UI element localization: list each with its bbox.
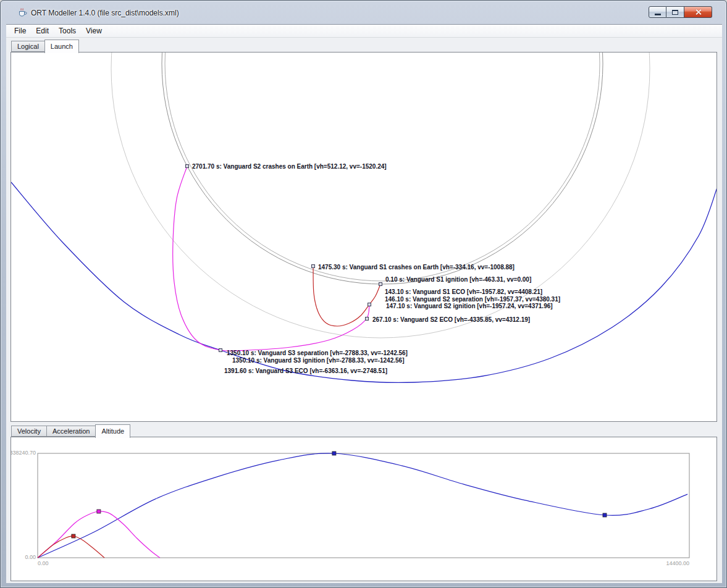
series-vanguard-s3-altitude [38, 453, 687, 558]
series-event-marker[interactable] [332, 452, 336, 455]
menu-item-edit[interactable]: Edit [31, 25, 54, 36]
altitude-plot [11, 437, 716, 581]
altitude-chart-panel[interactable]: 338240.70 0.00 0.00 14400.00 [11, 437, 717, 581]
series-event-marker[interactable] [603, 513, 607, 517]
desktop: { "window": { "title": "ORT Modeller 1.4… [0, 0, 727, 588]
series-event-marker[interactable] [97, 510, 101, 513]
s2-eco-label: 267.10 s: Vanguard S2 ECO [vh=-4335.85, … [372, 316, 530, 323]
menu-item-tools[interactable]: Tools [54, 25, 81, 36]
series-vanguard-s1-altitude [38, 536, 104, 558]
s2-separation-label: 146.10 s: Vanguard S2 separation [vh=-19… [385, 296, 560, 303]
x-axis-max-label: 14400.00 [666, 560, 689, 566]
s3-separation-label: 1350.10 s: Vanguard S3 separation [vh=-2… [227, 350, 408, 356]
minimize-button[interactable] [649, 6, 666, 18]
orbit-canvas[interactable]: 2701.70 s: Vanguard S2 crashes on Earth … [11, 52, 717, 422]
tab-acceleration[interactable]: Acceleration [46, 426, 96, 437]
minimize-icon [655, 14, 661, 15]
y-axis-max-label: 338240.70 [11, 450, 36, 456]
plot-border [38, 453, 689, 558]
s1-crash-label: 1475.30 s: Vanguard S1 crashes on Earth … [318, 264, 515, 271]
close-icon [695, 9, 702, 15]
s2-ignition-label: 147.10 s: Vanguard S2 ignition [vh=-1957… [386, 303, 553, 309]
x-axis-min-label: 0.00 [38, 560, 49, 566]
menu-item-view[interactable]: View [81, 25, 107, 36]
series-vanguard-s2-altitude [38, 511, 160, 558]
app-window: ORT Modeller 1.4.0 (file src_dist\models… [0, 0, 727, 588]
s1-ignition-label: 0.10 s: Vanguard S1 ignition [vh=-463.31… [385, 276, 531, 283]
maximize-button[interactable] [666, 6, 684, 18]
series-event-marker[interactable] [72, 534, 75, 538]
menu-item-file[interactable]: File [9, 25, 31, 36]
tab-launch[interactable]: Launch [44, 40, 79, 53]
s3-ignition-label: 1350.10 s: Vanguard S3 ignition [vh=-278… [232, 357, 404, 364]
java-app-icon [17, 7, 27, 17]
tab-altitude[interactable]: Altitude [95, 424, 130, 438]
view-tab-strip: Logical Launch [11, 38, 78, 52]
y-axis-min-label: 0.00 [25, 554, 36, 560]
s2-crash-label: 2701.70 s: Vanguard S2 crashes on Earth … [192, 163, 387, 170]
tab-velocity[interactable]: Velocity [11, 426, 47, 437]
s3-eco-label: 1391.60 s: Vanguard S3 ECO [vh=-6363.16,… [224, 368, 387, 374]
menu-bar: File Edit Tools View [6, 25, 722, 38]
s1-eco-label: 143.10 s: Vanguard S1 ECO [vh=-1957.82, … [385, 288, 542, 295]
client-area: File Edit Tools View 2701.70 s: Vanguard… [6, 24, 722, 583]
close-button[interactable] [684, 6, 712, 18]
orbit-event-labels: 2701.70 s: Vanguard S2 crashes on Earth … [11, 52, 716, 421]
title-bar[interactable]: ORT Modeller 1.4.0 (file src_dist\models… [1, 1, 726, 24]
maximize-icon [672, 10, 678, 15]
plot-tab-strip: Velocity Acceleration Altitude [11, 424, 130, 437]
window-title: ORT Modeller 1.4.0 (file src_dist\models… [31, 9, 179, 17]
tab-logical[interactable]: Logical [11, 41, 45, 52]
window-controls [649, 6, 712, 18]
